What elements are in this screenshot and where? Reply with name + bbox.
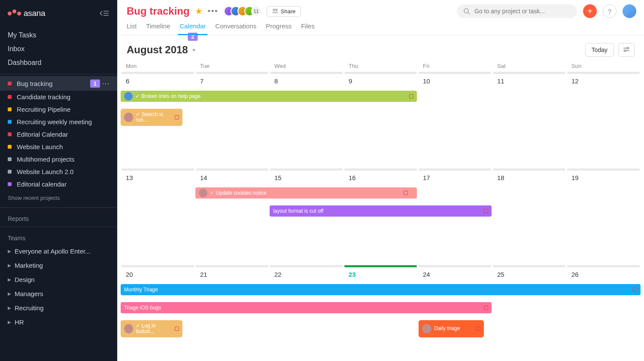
today-button[interactable]: Today: [585, 43, 614, 57]
project-color-dot: [8, 107, 12, 111]
assignee-avatar: [124, 92, 133, 101]
project-more-icon[interactable]: ⋯: [102, 79, 109, 88]
task-bar[interactable]: ✓ Search is not...: [121, 109, 182, 126]
day-cell[interactable]: 9: [343, 71, 418, 168]
task-bar[interactable]: Daily triage: [419, 320, 484, 337]
week-row: 13 14 15 16 17 18 19 ✓ Update cookies no…: [120, 168, 641, 264]
svg-point-5: [464, 9, 468, 13]
team-item[interactable]: ▶Everyone at Apollo Enter...: [0, 244, 117, 258]
show-recent-projects-link[interactable]: Show recent projects: [0, 190, 117, 205]
project-label: Bug tracking: [17, 80, 87, 87]
sidebar-project[interactable]: Bug tracking 1 ⋯: [0, 76, 117, 91]
nav-item-inbox[interactable]: Inbox: [0, 42, 117, 56]
logo[interactable]: asana: [8, 9, 45, 18]
tab-timeline[interactable]: Timeline: [146, 22, 170, 35]
tab-calendar[interactable]: Calendar2: [179, 22, 206, 35]
filter-button[interactable]: [618, 43, 635, 57]
day-cell[interactable]: 25: [492, 264, 566, 361]
task-title: layout format is cut off: [273, 208, 323, 214]
day-cell[interactable]: 10: [418, 71, 492, 168]
project-title[interactable]: Bug tracking: [127, 5, 190, 17]
user-avatar[interactable]: [623, 4, 636, 18]
sidebar-project[interactable]: Editorial calendar: [0, 178, 117, 190]
day-cell[interactable]: 18: [492, 168, 566, 264]
more-actions-button[interactable]: •••: [208, 7, 219, 16]
reports-section[interactable]: Reports: [0, 209, 117, 225]
team-label: Marketing: [15, 262, 43, 269]
task-bar[interactable]: ✓ Broken links on help page: [121, 91, 417, 102]
tab-conversations[interactable]: Conversations: [215, 22, 256, 35]
caret-icon: ▶: [8, 277, 11, 282]
task-tag-icon: [633, 288, 637, 292]
day-number: 20: [121, 267, 195, 280]
search-input[interactable]: [474, 8, 570, 15]
member-avatars[interactable]: 11: [224, 6, 261, 16]
team-item[interactable]: ▶Marketing: [0, 258, 117, 272]
tab-progress[interactable]: Progress: [266, 22, 292, 35]
sidebar-project[interactable]: Website Launch 2.0: [0, 165, 117, 178]
day-number: 26: [566, 267, 641, 280]
day-cell[interactable]: 14: [195, 168, 269, 264]
search-box[interactable]: [457, 4, 577, 18]
teams-label: Teams: [0, 229, 117, 244]
team-item[interactable]: ▶Design: [0, 272, 117, 287]
task-title: ✓ Log in button...: [136, 323, 174, 334]
sidebar-project[interactable]: Candidate tracking: [0, 91, 117, 103]
task-bar[interactable]: Monthly Triage: [121, 284, 641, 295]
teams-list: ▶Everyone at Apollo Enter...▶Marketing▶D…: [0, 244, 117, 329]
day-cell[interactable]: 7: [195, 71, 269, 168]
tab-list[interactable]: List: [127, 22, 137, 35]
team-label: HR: [15, 318, 24, 326]
day-number: 24: [418, 267, 492, 280]
project-color-dot: [8, 132, 12, 136]
tab-files[interactable]: Files: [301, 22, 315, 35]
day-cell[interactable]: 13: [121, 168, 195, 264]
nav-item-my-tasks[interactable]: My Tasks: [0, 28, 117, 42]
day-number: 8: [269, 74, 343, 86]
day-number: 21: [195, 267, 269, 280]
collapse-sidebar-button[interactable]: [99, 9, 109, 17]
task-bar[interactable]: Triage iOS bugs: [121, 302, 492, 313]
day-number: 25: [492, 267, 566, 280]
day-cell[interactable]: 26: [566, 264, 641, 361]
day-number: 17: [418, 171, 492, 183]
task-title: Broken links on help page: [141, 93, 200, 99]
assignee-avatar: [422, 324, 431, 333]
day-cell[interactable]: 19: [566, 168, 641, 264]
project-color-dot: [8, 170, 12, 174]
help-button[interactable]: ?: [603, 4, 617, 18]
sidebar-project[interactable]: Editorial Calendar: [0, 128, 117, 141]
day-cell[interactable]: 8: [269, 71, 343, 168]
month-picker-caret[interactable]: ▾: [192, 46, 195, 53]
add-button[interactable]: +: [583, 4, 597, 18]
task-bar[interactable]: ✓ Update cookies notice: [195, 187, 417, 199]
team-item[interactable]: ▶Managers: [0, 287, 117, 301]
sidebar-header: asana: [0, 0, 117, 26]
dow-label: Tue: [195, 61, 269, 71]
project-color-dot: [8, 120, 12, 124]
task-bar[interactable]: ✓ Log in button...: [121, 320, 182, 337]
day-number: 10: [418, 74, 492, 86]
dow-label: Fri: [418, 61, 492, 71]
share-button[interactable]: Share: [267, 6, 301, 17]
sidebar-project[interactable]: Recruiting Pipeline: [0, 103, 117, 116]
people-icon: [272, 9, 278, 14]
day-cell[interactable]: 12: [566, 71, 641, 168]
task-bar[interactable]: layout format is cut off: [270, 205, 492, 217]
sidebar-project[interactable]: Multihomed projects: [0, 153, 117, 165]
star-icon[interactable]: ★: [195, 6, 203, 16]
team-label: Everyone at Apollo Enter...: [15, 248, 91, 255]
sidebar-project[interactable]: Recruiting weekly meeting: [0, 116, 117, 128]
dow-label: Thu: [343, 61, 418, 71]
nav-item-dashboard[interactable]: Dashboard: [0, 56, 117, 70]
team-item[interactable]: ▶Recruiting: [0, 301, 117, 315]
project-color-dot: [8, 157, 12, 161]
team-item[interactable]: ▶HR: [0, 315, 117, 329]
sidebar: asana My TasksInboxDashboard Bug trackin…: [0, 0, 117, 361]
day-cell[interactable]: 11: [492, 71, 566, 168]
day-number: 13: [121, 171, 195, 183]
search-icon: [464, 8, 470, 15]
week-row: 20 21 22 23 24 25 26 Monthly Triage Tria…: [120, 264, 641, 361]
svg-point-3: [273, 9, 275, 11]
sidebar-project[interactable]: Website Launch: [0, 141, 117, 153]
